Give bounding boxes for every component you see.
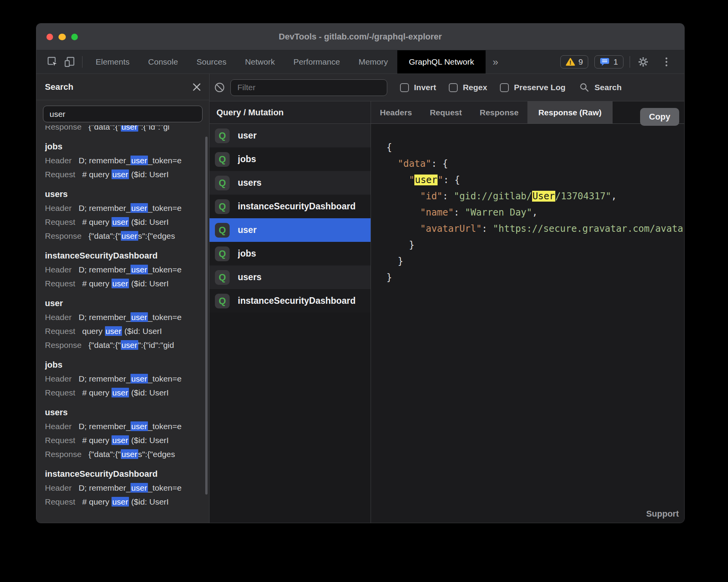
search-result-line[interactable]: HeaderD; remember_user_token=e [45, 481, 209, 495]
invert-checkbox[interactable] [400, 83, 409, 92]
search-result-text: # query [82, 217, 112, 226]
search-result-line-label: Header [45, 313, 72, 322]
tab-request[interactable]: Request [421, 101, 471, 123]
search-result-text: _token=e [148, 313, 182, 322]
query-list-header: Query / Mutation [209, 101, 371, 124]
regex-checkbox-item: Regex [449, 83, 487, 92]
query-list-item[interactable]: Qusers [209, 265, 371, 289]
search-result-text: _token=e [148, 374, 182, 383]
search-result-line[interactable]: Request# query user ($id: UserI [45, 495, 209, 509]
search-result-line[interactable]: HeaderD; remember_user_token=e [45, 310, 209, 324]
search-result-line-label: Header [45, 156, 72, 165]
search-result-text: D; remember_ [79, 265, 130, 274]
close-search-panel-icon[interactable] [193, 83, 201, 91]
json-token: user [414, 175, 438, 185]
settings-gear-icon[interactable] [636, 55, 650, 69]
json-token: : [454, 207, 465, 218]
search-result-line[interactable]: Request# query user ($id: UserI [45, 386, 209, 400]
tab-elements[interactable]: Elements [86, 50, 139, 74]
search-input[interactable] [43, 106, 203, 122]
tab-console[interactable]: Console [139, 50, 187, 74]
search-result-line[interactable]: Response{"data":{"users":{"edges [45, 229, 209, 243]
toolbar-search-button[interactable]: Search [579, 82, 622, 92]
json-token: "data" [398, 158, 431, 169]
invert-label: Invert [414, 83, 436, 92]
query-list-item[interactable]: Quser [209, 218, 371, 242]
tab-headers[interactable]: Headers [371, 101, 421, 123]
query-list-item[interactable]: Quser [209, 124, 371, 147]
close-window-button[interactable] [46, 34, 53, 40]
json-token: " [438, 175, 443, 185]
kebab-menu-icon[interactable] [659, 55, 673, 69]
search-result-line[interactable]: Request# query user ($id: UserI [45, 433, 209, 447]
search-result-line[interactable]: HeaderD; remember_user_token=e [45, 201, 209, 215]
search-results: Response{"data":{"user":{"id":"gijobsHea… [36, 125, 209, 523]
json-line: "avatarUrl": "https://secure.gravatar.co… [386, 221, 684, 237]
more-tabs-chevron[interactable]: » [486, 56, 505, 68]
search-input-wrap [36, 100, 209, 125]
search-result-line[interactable]: Response{"data":{"users":{"edges [45, 447, 209, 461]
inspect-element-icon[interactable] [46, 55, 60, 69]
search-result-line[interactable]: Requestquery user ($id: UserI [45, 324, 209, 338]
tab-network[interactable]: Network [236, 50, 284, 74]
copy-button[interactable]: Copy [640, 108, 679, 126]
json-line: } [386, 237, 684, 253]
clear-log-icon[interactable] [214, 82, 225, 93]
search-result-group-title: instanceSecurityDashboard [45, 467, 209, 481]
issues-badge[interactable]: 1 [594, 55, 623, 68]
search-result-line-label: Request [45, 170, 75, 179]
tab-performance[interactable]: Performance [284, 50, 349, 74]
search-result-group-title: jobs [45, 358, 209, 372]
search-result-line-label: Request [45, 436, 75, 445]
zoom-window-button[interactable] [71, 34, 78, 40]
search-match-highlight: user [112, 497, 129, 507]
tab-memory[interactable]: Memory [349, 50, 397, 74]
query-list-item-label: jobs [238, 154, 256, 164]
search-result-text: ($id: UserI [129, 388, 169, 397]
search-result-line[interactable]: HeaderD; remember_user_token=e [45, 419, 209, 433]
filter-input[interactable] [230, 79, 387, 96]
regex-checkbox[interactable] [449, 83, 458, 92]
search-match-highlight: user [105, 326, 122, 336]
tab-response[interactable]: Response [471, 101, 527, 123]
json-line: { [386, 139, 684, 156]
json-token: "avatarUrl" [420, 223, 482, 234]
search-match-highlight: user [121, 231, 138, 241]
json-token: "id" [420, 191, 443, 202]
search-result-line[interactable]: Request# query user ($id: UserI [45, 168, 209, 181]
device-toolbar-icon[interactable] [63, 55, 77, 69]
query-list-item[interactable]: QinstanceSecurityDashboard [209, 195, 371, 218]
warnings-badge[interactable]: 9 [560, 55, 589, 68]
tab-sources[interactable]: Sources [187, 50, 236, 74]
json-token: "https://secure.gravatar.com/avatar [493, 223, 684, 234]
query-list-panel: Query / Mutation QuserQjobsQusersQinstan… [209, 101, 371, 523]
minimize-window-button[interactable] [58, 34, 66, 40]
search-match-highlight: user [130, 312, 148, 322]
search-result-line[interactable]: HeaderD; remember_user_token=e [45, 263, 209, 277]
tab-bar-right-cluster: 9 1 [560, 55, 676, 69]
query-list-item[interactable]: Qusers [209, 171, 371, 195]
graphql-network-panel: Invert Regex Preserve Log [209, 74, 684, 523]
json-token: { [443, 158, 448, 169]
search-result-line-label: Header [45, 265, 72, 274]
search-result-text: _token=e [148, 156, 182, 165]
warning-icon [566, 58, 575, 66]
search-result-line[interactable]: Response{"data":{"user":{"id":"gi [45, 125, 209, 134]
tab-response-raw[interactable]: Response (Raw) [527, 101, 612, 123]
query-list-item[interactable]: Qjobs [209, 147, 371, 171]
search-result-line[interactable]: HeaderD; remember_user_token=e [45, 154, 209, 168]
search-result-text: {"data":{" [89, 231, 121, 240]
query-type-badge: Q [215, 294, 230, 308]
preserve-log-checkbox[interactable] [500, 83, 509, 92]
search-scrollbar-thumb[interactable] [205, 137, 208, 495]
tab-graphql-network[interactable]: GraphQL Network [397, 50, 486, 74]
search-result-line[interactable]: Request# query user ($id: UserI [45, 277, 209, 291]
query-list-item[interactable]: Qjobs [209, 242, 371, 265]
query-list-item[interactable]: QinstanceSecurityDashboard [209, 289, 371, 313]
search-result-text: # query [82, 497, 112, 506]
search-result-line[interactable]: Request# query user ($id: UserI [45, 215, 209, 229]
search-result-line[interactable]: HeaderD; remember_user_token=e [45, 372, 209, 386]
search-result-line-label: Request [45, 327, 75, 336]
search-result-line[interactable]: Response{"data":{"user":{"id":"gid [45, 338, 209, 352]
support-link[interactable]: Support [646, 509, 679, 519]
